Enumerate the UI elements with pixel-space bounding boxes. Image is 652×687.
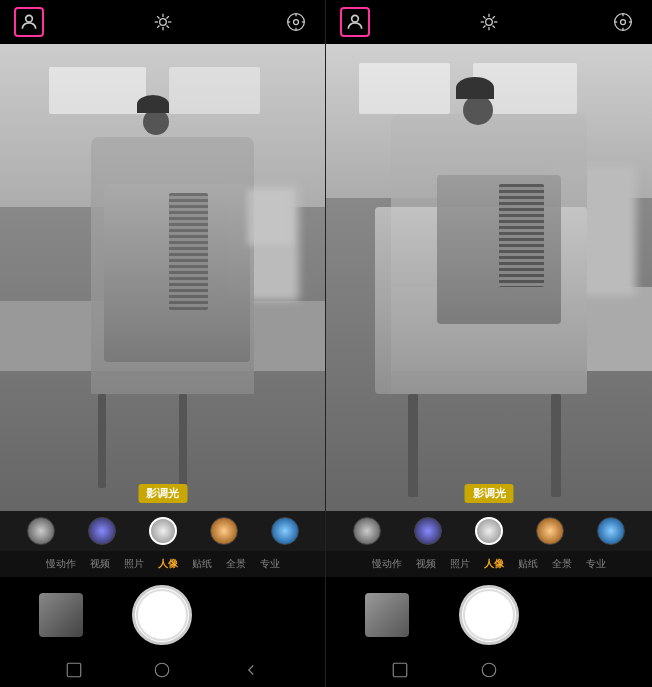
- person-icon-right[interactable]: [340, 7, 370, 37]
- svg-line-24: [483, 16, 485, 18]
- mode-portrait-right[interactable]: 人像: [481, 555, 507, 573]
- mode-pro-right[interactable]: 专业: [583, 555, 609, 573]
- svg-point-19: [486, 19, 493, 26]
- bottom-row-left: [0, 577, 325, 653]
- svg-line-6: [157, 16, 159, 18]
- filter-bw-left[interactable]: [27, 517, 55, 545]
- filter-bluetint-right[interactable]: [414, 517, 442, 545]
- svg-point-0: [26, 15, 33, 22]
- mode-photo-left[interactable]: 照片: [121, 555, 147, 573]
- right-phone-panel: 影调光 慢动作 视频 照片 人像 贴纸 全景 专业: [326, 0, 652, 687]
- thumbnail-left[interactable]: [39, 593, 83, 637]
- svg-point-11: [294, 20, 299, 25]
- svg-line-9: [166, 16, 168, 18]
- viewfinder-left[interactable]: 影调光: [0, 44, 325, 511]
- mode-sticker-left[interactable]: 贴纸: [189, 555, 215, 573]
- bottom-row-right: [326, 577, 652, 653]
- svg-line-27: [493, 16, 495, 18]
- filter-neutral-left[interactable]: [149, 517, 177, 545]
- svg-line-8: [157, 26, 159, 28]
- mode-portrait-left[interactable]: 人像: [155, 555, 181, 573]
- circle-icon-right[interactable]: [478, 659, 500, 681]
- mode-row-left: 慢动作 视频 照片 人像 贴纸 全景 专业: [0, 551, 325, 577]
- sparkle-icon-left[interactable]: [148, 7, 178, 37]
- svg-point-29: [621, 20, 626, 25]
- svg-point-35: [482, 663, 496, 677]
- svg-point-17: [156, 663, 170, 677]
- film-label-right: 影调光: [465, 484, 514, 503]
- settings-circle-icon-right[interactable]: [608, 7, 638, 37]
- mode-video-right[interactable]: 视频: [413, 555, 439, 573]
- top-bar-left: [0, 0, 325, 44]
- square-icon-left[interactable]: [63, 659, 85, 681]
- svg-point-1: [159, 19, 166, 26]
- shutter-button-left[interactable]: [132, 585, 192, 645]
- filter-row-right: [326, 511, 652, 551]
- filter-warm-left[interactable]: [210, 517, 238, 545]
- svg-line-25: [493, 26, 495, 28]
- mode-slowmo-right[interactable]: 慢动作: [369, 555, 405, 573]
- mode-slowmo-left[interactable]: 慢动作: [43, 555, 79, 573]
- shutter-button-right[interactable]: [459, 585, 519, 645]
- sparkle-icon-right[interactable]: [474, 7, 504, 37]
- svg-point-18: [352, 15, 359, 22]
- mode-sticker-right[interactable]: 贴纸: [515, 555, 541, 573]
- left-phone-panel: 影调光 慢动作 视频 照片 人像 贴纸 全景 专业: [0, 0, 326, 687]
- svg-rect-34: [394, 663, 408, 677]
- mode-panorama-left[interactable]: 全景: [223, 555, 249, 573]
- filter-warm-right[interactable]: [536, 517, 564, 545]
- triangle-icon-left[interactable]: [240, 659, 262, 681]
- nav-bar-right: [326, 653, 652, 687]
- person-icon-left[interactable]: [14, 7, 44, 37]
- filter-cool-left[interactable]: [271, 517, 299, 545]
- thumbnail-right[interactable]: [365, 593, 409, 637]
- svg-rect-16: [67, 663, 81, 677]
- film-label-left: 影调光: [138, 484, 187, 503]
- circle-icon-left[interactable]: [151, 659, 173, 681]
- mode-panorama-right[interactable]: 全景: [549, 555, 575, 573]
- filter-bw-right[interactable]: [353, 517, 381, 545]
- mode-row-right: 慢动作 视频 照片 人像 贴纸 全景 专业: [326, 551, 652, 577]
- nav-bar-left: [0, 653, 325, 687]
- filter-cool-right[interactable]: [597, 517, 625, 545]
- mode-photo-right[interactable]: 照片: [447, 555, 473, 573]
- svg-line-7: [166, 26, 168, 28]
- square-icon-right[interactable]: [389, 659, 411, 681]
- mode-video-left[interactable]: 视频: [87, 555, 113, 573]
- top-bar-right: [326, 0, 652, 44]
- mode-pro-left[interactable]: 专业: [257, 555, 283, 573]
- filter-neutral-right[interactable]: [475, 517, 503, 545]
- svg-line-26: [483, 26, 485, 28]
- viewfinder-right[interactable]: 影调光: [326, 44, 652, 511]
- settings-circle-icon-left[interactable]: [281, 7, 311, 37]
- filter-row-left: [0, 511, 325, 551]
- filter-bluetint-left[interactable]: [88, 517, 116, 545]
